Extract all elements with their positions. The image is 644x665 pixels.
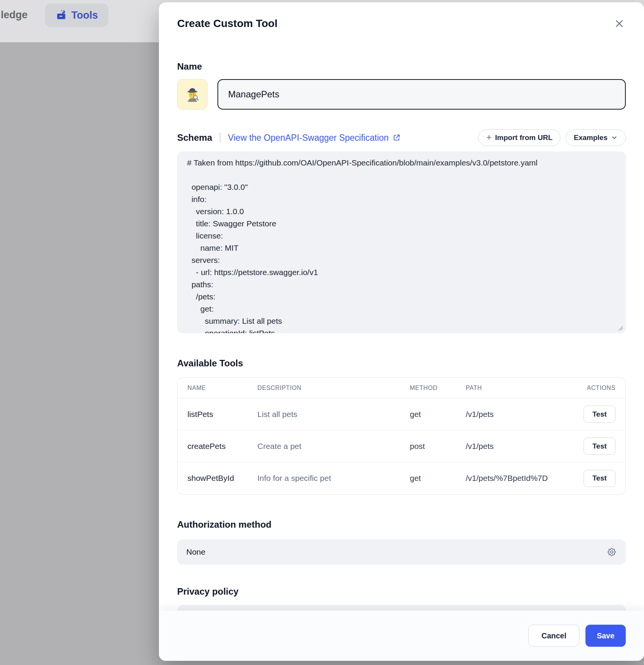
tab-tools[interactable]: Tools xyxy=(45,3,108,27)
tool-path: /v1/pets xyxy=(466,410,574,419)
col-path: PATH xyxy=(466,385,574,391)
available-tools-heading: Available Tools xyxy=(177,358,626,369)
schema-content: # Taken from https://github.com/OAI/Open… xyxy=(187,157,616,333)
resize-handle-icon[interactable] xyxy=(617,325,623,331)
divider xyxy=(220,133,220,143)
close-icon[interactable] xyxy=(613,17,626,30)
authorization-method-value: None xyxy=(186,547,205,557)
tool-description: Create a pet xyxy=(257,442,410,451)
schema-editor[interactable]: # Taken from https://github.com/OAI/Open… xyxy=(177,151,626,333)
available-tools-table: NAME DESCRIPTION METHOD PATH ACTIONS lis… xyxy=(177,377,626,495)
tool-icon-picker[interactable] xyxy=(177,79,208,110)
tool-name-input[interactable] xyxy=(217,79,626,110)
save-button[interactable]: Save xyxy=(585,625,626,647)
authorization-method-label: Authorization method xyxy=(177,519,626,530)
col-description: DESCRIPTION xyxy=(257,385,410,391)
create-custom-tool-modal: Create Custom Tool Name xyxy=(159,2,644,661)
tools-box-icon xyxy=(56,10,67,21)
tool-path: /v1/pets xyxy=(466,442,574,451)
name-section-label: Name xyxy=(177,61,626,72)
name-row xyxy=(177,79,626,110)
tool-name: createPets xyxy=(187,442,257,451)
openapi-spec-link[interactable]: View the OpenAPI-Swagger Specification xyxy=(228,133,401,143)
modal-title: Create Custom Tool xyxy=(177,18,278,30)
tool-description: Info for a specific pet xyxy=(257,474,410,483)
test-button[interactable]: Test xyxy=(584,470,615,487)
col-actions: ACTIONS xyxy=(587,385,615,391)
modal-body: Name Schema xyxy=(159,45,644,611)
col-name: NAME xyxy=(187,385,257,391)
schema-row: Schema View the OpenAPI-Swagger Specific… xyxy=(177,129,626,146)
import-from-url-button[interactable]: + Import from URL xyxy=(478,129,560,146)
examples-dropdown-button[interactable]: Examples xyxy=(566,129,626,146)
table-row: showPetById Info for a specific pet get … xyxy=(178,462,625,494)
tool-method: get xyxy=(410,474,466,483)
plus-icon: + xyxy=(486,133,492,142)
tab-tools-label: Tools xyxy=(71,10,98,21)
table-header-row: NAME DESCRIPTION METHOD PATH ACTIONS xyxy=(178,378,625,398)
import-from-url-label: Import from URL xyxy=(495,134,552,142)
col-method: METHOD xyxy=(410,385,466,391)
privacy-policy-label: Privacy policy xyxy=(177,586,626,597)
table-row: createPets Create a pet post /v1/pets Te… xyxy=(178,430,625,462)
examples-label: Examples xyxy=(574,134,608,142)
external-link-icon xyxy=(392,134,401,142)
test-button[interactable]: Test xyxy=(584,406,615,423)
tool-description: List all pets xyxy=(257,410,410,419)
detective-emoji-icon xyxy=(184,86,201,103)
gear-icon[interactable] xyxy=(607,547,617,557)
tool-name: showPetById xyxy=(187,474,257,483)
tool-path: /v1/pets/%7BpetId%7D xyxy=(466,474,574,483)
tool-method: post xyxy=(410,442,466,451)
privacy-policy-input[interactable] xyxy=(177,605,626,611)
chevron-down-icon xyxy=(611,134,618,141)
authorization-method-field[interactable]: None xyxy=(177,539,626,565)
openapi-spec-link-label: View the OpenAPI-Swagger Specification xyxy=(228,133,389,143)
schema-buttons: + Import from URL Examples xyxy=(478,129,626,146)
tool-name: listPets xyxy=(187,410,257,419)
modal-footer: Cancel Save xyxy=(159,611,644,661)
table-row: listPets List all pets get /v1/pets Test xyxy=(178,398,625,430)
modal-header: Create Custom Tool xyxy=(159,2,644,45)
schema-section-label: Schema xyxy=(177,132,212,143)
tool-method: get xyxy=(410,410,466,419)
tab-knowledge[interactable]: ledge xyxy=(1,9,28,21)
cancel-button[interactable]: Cancel xyxy=(528,625,579,647)
test-button[interactable]: Test xyxy=(584,438,615,455)
